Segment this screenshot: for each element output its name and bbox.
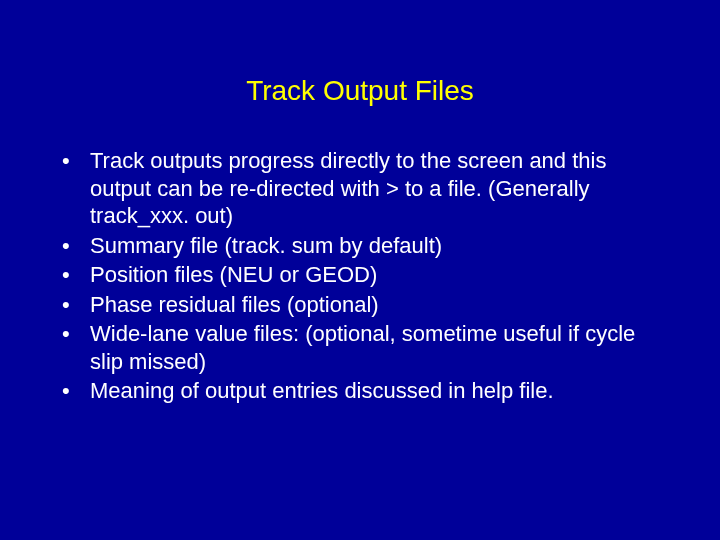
list-item: Meaning of output entries discussed in h… <box>56 377 664 405</box>
slide-body: Track outputs progress directly to the s… <box>56 147 664 405</box>
slide: Track Output Files Track outputs progres… <box>0 75 720 540</box>
list-item: Position files (NEU or GEOD) <box>56 261 664 289</box>
slide-title: Track Output Files <box>0 75 720 107</box>
list-item: Wide-lane value files: (optional, someti… <box>56 320 664 375</box>
list-item: Summary file (track. sum by default) <box>56 232 664 260</box>
list-item: Track outputs progress directly to the s… <box>56 147 664 230</box>
bullet-list: Track outputs progress directly to the s… <box>56 147 664 405</box>
list-item: Phase residual files (optional) <box>56 291 664 319</box>
